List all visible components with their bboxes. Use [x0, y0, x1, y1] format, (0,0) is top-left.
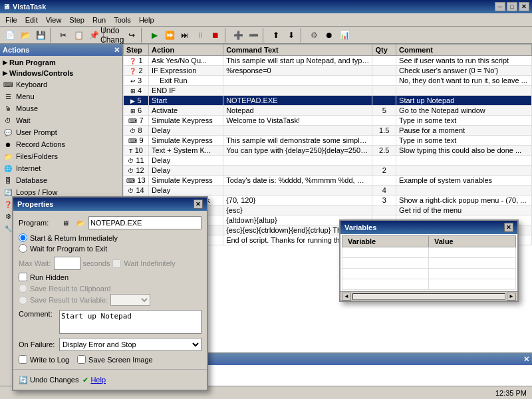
action-keyboard[interactable]: ⌨ Keyboard: [1, 78, 121, 90]
save-variable-select[interactable]: [110, 294, 150, 306]
write-log-checkbox[interactable]: [19, 355, 27, 364]
table-row[interactable]: ⌨ 7Simulate KeypressWelcome to VistaTask…: [124, 116, 532, 126]
open-button[interactable]: 📂: [18, 28, 33, 43]
add-step-button[interactable]: ➕: [231, 28, 245, 43]
comment-textarea[interactable]: Start up Notepad: [59, 310, 201, 334]
scroll-left-btn[interactable]: ◄: [342, 293, 351, 301]
action-files[interactable]: 📁 Files/Folders: [1, 150, 121, 162]
actions-close[interactable]: ✕: [114, 46, 120, 55]
action-cell: Delay: [149, 126, 223, 136]
qty-cell: 3: [372, 196, 396, 205]
menu-view[interactable]: View: [42, 15, 66, 25]
save-button[interactable]: 💾: [33, 28, 48, 43]
table-row[interactable]: ↩ 3Exit RunNo, they don't want to run it…: [124, 76, 532, 86]
variables-dialog: Variables ✕ Variable Value ◄ ►: [339, 219, 519, 302]
close-button[interactable]: ✕: [519, 2, 529, 11]
col-action: Action: [149, 45, 223, 56]
table-row[interactable]: ❓ 1Ask Yes/No Qu...This sample will star…: [124, 56, 532, 66]
variables-close[interactable]: ✕: [504, 223, 513, 232]
undo-button[interactable]: Undo Changes: [109, 28, 124, 43]
onfailure-select[interactable]: Display Error and Stop Continue Go to La…: [59, 338, 201, 351]
table-row[interactable]: ⏱ 14Delay4: [124, 186, 532, 196]
properties-close[interactable]: ✕: [194, 200, 203, 209]
record-button[interactable]: ⏺: [322, 28, 336, 43]
delete-step-button[interactable]: ➖: [246, 28, 261, 43]
action-wait[interactable]: ⏱ Wait: [1, 114, 121, 126]
radio-start-return-input[interactable]: [19, 233, 27, 242]
new-button[interactable]: 📄: [3, 28, 17, 43]
run-step-button[interactable]: ⏭: [178, 28, 192, 43]
action-label: Files/Folders: [16, 152, 58, 160]
menu-bar: File Edit View Step Run Tools Help: [0, 13, 532, 27]
action-user-prompt[interactable]: 💬 User Prompt: [1, 126, 121, 138]
scroll-right-btn[interactable]: ►: [507, 293, 516, 301]
table-row[interactable]: ❓ 2IF Expression%response=0Check user's …: [124, 66, 532, 76]
program-folder-btn[interactable]: 📂: [74, 216, 87, 229]
toolbar-sep-1: [50, 28, 54, 43]
run-hidden-row: Run Hidden: [19, 273, 201, 281]
cut-button[interactable]: ✂: [56, 28, 70, 43]
program-input[interactable]: NOTEPAD.EXE: [88, 216, 201, 229]
wait-indefinitely-checkbox[interactable]: [112, 259, 121, 268]
table-row[interactable]: ⏱ 12Delay2: [124, 166, 532, 176]
maximize-button[interactable]: □: [507, 2, 517, 11]
table-row[interactable]: ⏱ 11Delay: [124, 156, 532, 166]
output-close[interactable]: ✕: [523, 355, 529, 364]
table-row[interactable]: ⌨ 9Simulate KeypressThis sample will dem…: [124, 136, 532, 146]
move-up-button[interactable]: ⬆: [269, 28, 283, 43]
action-database[interactable]: 🗄 Database: [1, 174, 121, 186]
move-down-button[interactable]: ⬇: [284, 28, 299, 43]
save-variable-label: Save Result to Variable:: [30, 296, 108, 304]
maxwait-input[interactable]: [54, 257, 80, 270]
properties-button[interactable]: ⚙: [307, 28, 321, 43]
save-screen-checkbox[interactable]: [77, 355, 86, 364]
program-icon-btn[interactable]: 🖥: [59, 216, 72, 229]
command-cell: [223, 86, 372, 96]
undo-button[interactable]: Undo Changes: [30, 372, 78, 387]
paste-button[interactable]: 📌: [86, 28, 101, 43]
help-button[interactable]: Help: [90, 372, 106, 387]
menu-tools[interactable]: Tools: [110, 15, 135, 25]
action-internet[interactable]: 🌐 Internet: [1, 162, 121, 174]
radio-wait-exit[interactable]: Wait for Program to Exit: [19, 244, 201, 253]
minimize-button[interactable]: ─: [495, 2, 505, 11]
table-row[interactable]: ⌨ 13Simulate KeypressToday's date is: %d…: [124, 176, 532, 186]
maxwait-row: Max Wait: seconds Wait Indefinitely: [19, 257, 201, 270]
comment-cell: Example of system variables: [396, 176, 532, 186]
menu-file[interactable]: File: [1, 15, 21, 25]
run-button[interactable]: ▶: [147, 28, 162, 43]
menu-help[interactable]: Help: [135, 15, 158, 25]
scroll-track[interactable]: [352, 293, 505, 300]
radio-start-return-label: Start & Return Immediately: [30, 234, 118, 242]
table-row[interactable]: ⊞ 6ActivateNotepad5Go to the Notepad win…: [124, 106, 532, 116]
qty-cell: [372, 156, 396, 166]
copy-button[interactable]: 📋: [71, 28, 86, 43]
action-mouse[interactable]: 🖱 Mouse: [1, 102, 121, 114]
variables-button[interactable]: 📊: [337, 28, 352, 43]
comment-cell: [396, 86, 532, 96]
menu-step[interactable]: Step: [65, 15, 88, 25]
table-row[interactable]: T 10Text + System K...You can type with …: [124, 146, 532, 156]
qty-cell: [372, 66, 396, 76]
run-fast-button[interactable]: ⏩: [162, 28, 177, 43]
command-cell: [223, 76, 372, 86]
action-record[interactable]: ⏺ Record Actions: [1, 138, 121, 150]
table-row[interactable]: ⏱ 8Delay1.5Pause for a moment: [124, 126, 532, 136]
variable-row: [342, 269, 516, 279]
step-cell: ⌨ 7: [124, 116, 149, 126]
step-cell: ↩ 3: [124, 76, 149, 86]
pause-button[interactable]: ⏸: [193, 28, 207, 43]
step-cell: ⊞ 6: [124, 106, 149, 116]
menu-edit[interactable]: Edit: [21, 15, 42, 25]
radio-start-return[interactable]: Start & Return Immediately: [19, 233, 201, 242]
action-run-program[interactable]: ▶ Run Program: [1, 57, 121, 68]
action-menu[interactable]: ☰ Menu: [1, 90, 121, 102]
radio-wait-exit-input[interactable]: [19, 244, 27, 253]
redo-button[interactable]: ↪: [124, 28, 139, 43]
table-row[interactable]: ⊞ 4END IF: [124, 86, 532, 96]
run-hidden-checkbox[interactable]: [19, 273, 27, 281]
action-windows-controls[interactable]: ▶ Windows/Controls: [1, 68, 121, 78]
stop-button[interactable]: ⏹: [208, 28, 223, 43]
table-row[interactable]: ▶ 5StartNOTEPAD.EXEStart up Notepad: [124, 96, 532, 106]
menu-run[interactable]: Run: [88, 15, 110, 25]
